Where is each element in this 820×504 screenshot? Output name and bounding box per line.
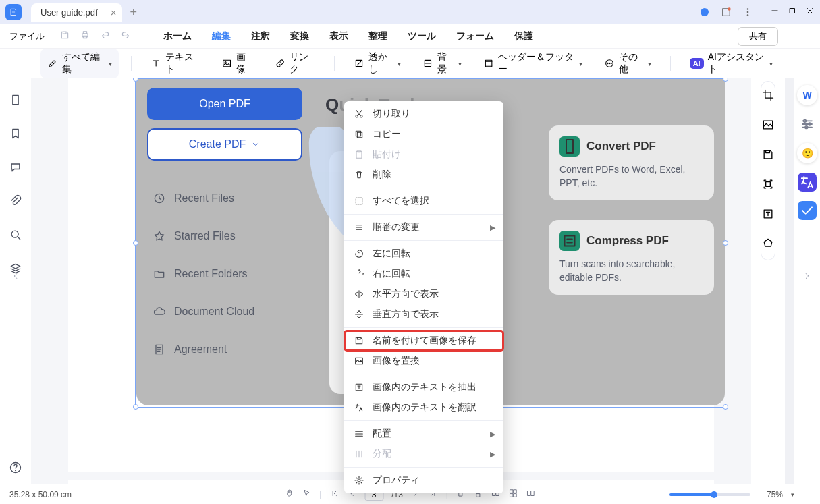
background-button[interactable]: 背景▾ <box>416 49 468 78</box>
header-footer-button[interactable]: ヘッダー＆フッター▾ <box>476 49 589 78</box>
select-tool-icon[interactable] <box>302 488 311 500</box>
ctx-arrange[interactable]: 配置▶ <box>344 424 503 444</box>
help-icon[interactable] <box>9 461 22 477</box>
edit-all-button[interactable]: すべて編集▾ <box>40 49 119 78</box>
ctx-save-image-as[interactable]: 名前を付けて画像を保存 <box>344 331 503 351</box>
ai-assistant-button[interactable]: AI AIアシスタント▾ <box>683 49 780 78</box>
document-tab[interactable]: User guide.pdf × <box>31 3 122 22</box>
tab-tools[interactable]: ツール <box>408 30 436 43</box>
svg-rect-40 <box>766 182 771 187</box>
ctx-paste: 貼付け <box>344 144 503 165</box>
ctx-replace-image[interactable]: 画像を置換 <box>344 351 503 371</box>
ocr-icon[interactable] <box>761 207 775 223</box>
svg-rect-59 <box>477 494 481 497</box>
notification-icon[interactable] <box>720 6 732 18</box>
ai-chat-icon[interactable]: 🙂 <box>797 143 817 163</box>
svg-rect-65 <box>514 494 517 497</box>
new-tab-button[interactable]: + <box>130 5 138 20</box>
target-icon[interactable] <box>761 237 775 253</box>
ctx-translate-text[interactable]: 画像内のテキストを翻訳 <box>344 397 503 418</box>
next-page-icon[interactable] <box>802 271 812 283</box>
document-tab-label: User guide.pdf <box>40 7 98 18</box>
tab-home[interactable]: ホーム <box>163 30 192 43</box>
comments-icon[interactable] <box>9 161 22 177</box>
more-icon[interactable] <box>742 6 754 18</box>
first-page-icon[interactable] <box>329 488 339 500</box>
ctx-properties[interactable]: プロパティ <box>344 470 503 491</box>
link-button[interactable]: リンク <box>268 49 322 78</box>
save-as-icon[interactable] <box>761 148 775 164</box>
ctx-rotate-right[interactable]: 右に回転 <box>344 264 503 284</box>
menu-tabs: ホーム 編集 注釈 変換 表示 整理 ツール フォーム 保護 <box>163 30 533 43</box>
ctx-order[interactable]: 順番の変更▶ <box>344 217 503 237</box>
thumbnails-icon[interactable] <box>9 93 22 109</box>
scrollbar[interactable] <box>785 78 794 484</box>
tab-close-icon[interactable]: × <box>111 7 117 18</box>
prev-page-icon[interactable] <box>11 271 20 283</box>
resize-handle[interactable] <box>723 404 728 410</box>
translate-icon[interactable] <box>798 173 817 192</box>
ctx-copy[interactable]: コピー <box>344 124 503 144</box>
svg-rect-7 <box>790 9 795 13</box>
tab-view[interactable]: 表示 <box>329 30 348 43</box>
scan-icon[interactable] <box>761 177 775 194</box>
svg-point-33 <box>11 231 18 237</box>
hand-tool-icon[interactable] <box>284 488 294 500</box>
svg-point-4 <box>747 11 748 13</box>
ctx-flip-vertical[interactable]: 垂直方向で表示 <box>344 304 503 325</box>
tab-edit[interactable]: 編集 <box>212 30 231 43</box>
tab-form[interactable]: フォーム <box>456 30 494 43</box>
ctx-extract-text[interactable]: 画像内のテキストを抽出 <box>344 377 503 397</box>
image-button[interactable]: 画像 <box>215 49 260 78</box>
two-page-continuous-icon[interactable] <box>509 488 518 500</box>
save-icon[interactable] <box>59 30 70 43</box>
watermark-button[interactable]: 透かし▾ <box>347 49 408 78</box>
resize-handle[interactable] <box>723 240 728 246</box>
ai-badge-icon: AI <box>690 58 704 69</box>
text-button[interactable]: テキスト <box>144 49 207 78</box>
check-icon[interactable] <box>798 201 817 220</box>
share-button[interactable]: 共有 <box>738 27 778 46</box>
close-window-icon[interactable] <box>805 6 815 18</box>
wondershare-icon[interactable] <box>699 6 711 18</box>
svg-point-5 <box>747 15 748 16</box>
undo-icon[interactable] <box>100 30 111 43</box>
crop-icon[interactable] <box>761 88 775 105</box>
redo-icon[interactable] <box>120 30 131 43</box>
resize-handle[interactable] <box>723 78 728 82</box>
svg-point-3 <box>747 9 748 10</box>
maximize-icon[interactable] <box>788 6 797 18</box>
adjust-image-icon[interactable] <box>761 118 775 134</box>
tab-protect[interactable]: 保護 <box>514 30 533 43</box>
resize-handle[interactable] <box>133 240 138 246</box>
resize-handle[interactable] <box>133 404 138 410</box>
ctx-cut[interactable]: 切り取り <box>344 104 503 124</box>
svg-point-35 <box>16 470 16 471</box>
svg-rect-49 <box>356 131 360 136</box>
title-bar: User guide.pdf × + <box>0 0 820 24</box>
ctx-select-all[interactable]: すべてを選択 <box>344 191 503 211</box>
svg-rect-53 <box>357 337 360 339</box>
resize-handle[interactable] <box>133 78 138 82</box>
svg-rect-52 <box>356 198 362 204</box>
ctx-delete[interactable]: 削除 <box>344 165 503 185</box>
settings-sliders-icon[interactable] <box>798 115 817 134</box>
word-bubble-icon[interactable]: W <box>797 85 817 105</box>
svg-point-2 <box>728 7 731 11</box>
svg-rect-63 <box>514 490 517 493</box>
tab-organize[interactable]: 整理 <box>368 30 387 43</box>
other-button[interactable]: その他▾ <box>597 49 658 78</box>
tab-convert[interactable]: 変換 <box>290 30 309 43</box>
minimize-icon[interactable] <box>770 6 780 18</box>
file-menu[interactable]: ファイル <box>9 30 45 43</box>
read-mode-icon[interactable] <box>526 488 536 500</box>
print-icon[interactable] <box>80 30 90 43</box>
ctx-rotate-left[interactable]: 左に回転 <box>344 244 503 264</box>
bookmarks-icon[interactable] <box>9 127 22 143</box>
ctx-flip-horizontal[interactable]: 水平方向で表示 <box>344 284 503 304</box>
zoom-slider[interactable] <box>669 493 750 496</box>
attachments-icon[interactable] <box>9 194 22 211</box>
search-icon[interactable] <box>9 228 22 244</box>
tab-annotate[interactable]: 注釈 <box>251 30 270 43</box>
edit-toolbar: すべて編集▾ テキスト 画像 リンク 透かし▾ 背景▾ ヘッダー＆フッター▾ そ… <box>0 49 820 78</box>
